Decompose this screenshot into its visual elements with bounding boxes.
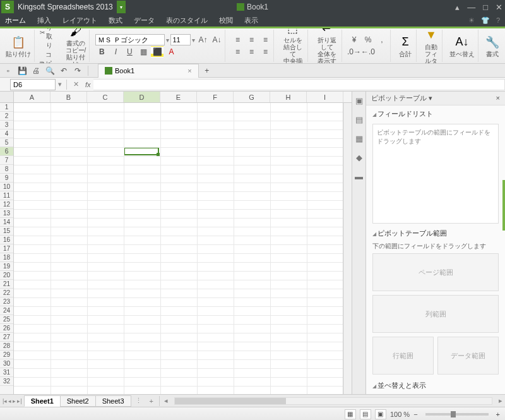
wrap-text-button[interactable]: ↩ 折り返して 全体を表示する — [314, 28, 340, 64]
name-box[interactable]: D6 — [10, 79, 56, 90]
pivot-panel-close[interactable]: × — [496, 94, 500, 102]
cut-button[interactable]: ✂切り取り — [40, 28, 57, 50]
cells-area[interactable] — [14, 103, 343, 394]
autofilter-button[interactable]: ▼ 自動 フィルタ — [422, 28, 440, 64]
font-color-button[interactable]: A — [165, 46, 177, 57]
col-header-B[interactable]: B — [50, 92, 87, 102]
menu-layout[interactable]: レイアウト — [62, 16, 97, 25]
col-header-G[interactable]: G — [234, 92, 270, 102]
row-header-8[interactable]: 8 — [0, 165, 13, 174]
row-header-9[interactable]: 9 — [0, 174, 13, 183]
row-header-23[interactable]: 23 — [0, 297, 13, 306]
col-header-H[interactable]: H — [270, 92, 307, 102]
row-header-11[interactable]: 11 — [0, 191, 13, 200]
col-header-C[interactable]: C — [87, 92, 124, 102]
sheet-nav-next[interactable]: ▸ — [13, 398, 16, 404]
zoom-slider[interactable] — [425, 413, 489, 416]
side-image-icon[interactable]: ▬ — [354, 171, 364, 181]
ribbon-collapse-icon[interactable]: ▴ — [455, 3, 460, 12]
view-page-button[interactable]: ▤ — [360, 409, 371, 419]
help-icon[interactable]: ? — [496, 16, 500, 25]
row-header-17[interactable]: 17 — [0, 244, 13, 253]
undo-button[interactable]: ↶ — [58, 65, 69, 76]
row-header-14[interactable]: 14 — [0, 218, 13, 227]
side-select-icon[interactable]: ▣ — [354, 95, 364, 105]
merge-center-button[interactable]: ⬚ セルを結合して 中央揃え — [280, 28, 306, 64]
maximize-button[interactable]: □ — [483, 3, 488, 12]
horizontal-scrollbar[interactable] — [174, 397, 492, 405]
row-header-1[interactable]: 1 — [0, 103, 13, 112]
zoom-in-button[interactable]: + — [496, 411, 500, 418]
align-right-button[interactable]: ≡ — [259, 46, 271, 57]
sheet-nav-last[interactable]: ▸| — [17, 398, 21, 404]
align-left-button[interactable]: ≡ — [231, 46, 244, 57]
sheet-tab-1[interactable]: Sheet1 — [24, 395, 61, 407]
underline-button[interactable]: U — [123, 46, 136, 57]
row-header-18[interactable]: 18 — [0, 253, 13, 262]
pivot-page-area[interactable]: ページ範囲 — [372, 253, 499, 291]
bold-button[interactable]: B — [95, 46, 108, 57]
currency-button[interactable]: ¥ — [348, 34, 360, 45]
row-header-22[interactable]: 22 — [0, 289, 13, 297]
copy-button[interactable]: ⧉コピー — [40, 51, 57, 64]
decrease-font-button[interactable]: A↓ — [210, 34, 223, 45]
document-tab[interactable]: Book1 × — [98, 64, 199, 78]
comma-button[interactable]: , — [376, 34, 388, 45]
col-header-A[interactable]: A — [14, 92, 50, 102]
cancel-formula-button[interactable]: ✕ — [69, 80, 83, 88]
save-button[interactable]: 💾 — [16, 65, 28, 76]
align-top-button[interactable]: ≡ — [231, 34, 244, 45]
menu-review[interactable]: 校閲 — [219, 16, 233, 25]
row-header-7[interactable]: 7 — [0, 156, 13, 165]
fx-label[interactable]: fx — [85, 81, 91, 88]
row-header-25[interactable]: 25 — [0, 315, 13, 324]
col-header-D[interactable]: D — [124, 92, 160, 102]
sheet-tab-3[interactable]: Sheet3 — [95, 395, 131, 407]
row-header-30[interactable]: 30 — [0, 359, 13, 368]
row-header-4[interactable]: 4 — [0, 129, 13, 138]
name-box-dropdown[interactable]: ▾ — [56, 80, 64, 88]
sheet-nav-prev[interactable]: ◂ — [8, 398, 11, 404]
sheet-nav-first[interactable]: |◂ — [3, 398, 7, 404]
add-sheet-button[interactable]: + — [146, 397, 157, 405]
view-break-button[interactable]: ▣ — [375, 409, 386, 419]
side-table-icon[interactable]: ▦ — [354, 133, 364, 143]
menu-insert[interactable]: 挿入 — [37, 16, 51, 25]
pivot-field-list-area[interactable]: ピボットテーブルの範囲にフィールドをドラッグします — [372, 124, 499, 224]
sheet-menu-button[interactable]: ⋮ — [131, 397, 146, 405]
print-button[interactable]: 🖨 — [30, 65, 42, 76]
menu-data[interactable]: データ — [134, 16, 155, 25]
paste-button[interactable]: 📋 貼り付け — [4, 35, 32, 57]
row-header-32[interactable]: 32 — [0, 377, 13, 386]
new-tab-button[interactable]: + — [201, 65, 213, 76]
italic-button[interactable]: I — [109, 46, 122, 57]
menu-home[interactable]: ホーム — [5, 16, 26, 25]
close-button[interactable]: ✕ — [496, 3, 502, 12]
col-header-E[interactable]: E — [160, 92, 197, 102]
autosum-button[interactable]: Σ 合計 — [396, 35, 414, 57]
skin-icon[interactable]: ☀ — [468, 16, 475, 25]
zoom-level[interactable]: 100 % — [390, 411, 410, 418]
align-bottom-button[interactable]: ≡ — [259, 34, 271, 45]
col-header-I[interactable]: I — [307, 92, 343, 102]
row-header-13[interactable]: 13 — [0, 209, 13, 218]
pivot-data-area[interactable]: データ範囲 — [437, 337, 499, 375]
app-menu-dropdown[interactable]: ▾ — [117, 1, 126, 13]
align-center-button[interactable]: ≡ — [245, 46, 258, 57]
row-header-26[interactable]: 26 — [0, 324, 13, 333]
row-header-27[interactable]: 27 — [0, 333, 13, 342]
sheet-tab-2[interactable]: Sheet2 — [60, 395, 96, 407]
menu-table-style[interactable]: 表のスタイル — [166, 16, 208, 25]
row-header-12[interactable]: 12 — [0, 200, 13, 209]
row-header-10[interactable]: 10 — [0, 183, 13, 191]
sort-button[interactable]: A↓ 並べ替え — [448, 35, 476, 57]
hscroll-right[interactable]: ▸ — [496, 397, 505, 405]
row-header-20[interactable]: 20 — [0, 271, 13, 280]
row-header-6[interactable]: 6 — [0, 147, 13, 156]
minimize-button[interactable]: — — [467, 3, 475, 12]
row-header-15[interactable]: 15 — [0, 227, 13, 236]
select-all-corner[interactable] — [0, 92, 14, 102]
increase-font-button[interactable]: A↑ — [196, 34, 209, 45]
hscroll-left[interactable]: ◂ — [162, 397, 170, 405]
row-header-16[interactable]: 16 — [0, 236, 13, 244]
